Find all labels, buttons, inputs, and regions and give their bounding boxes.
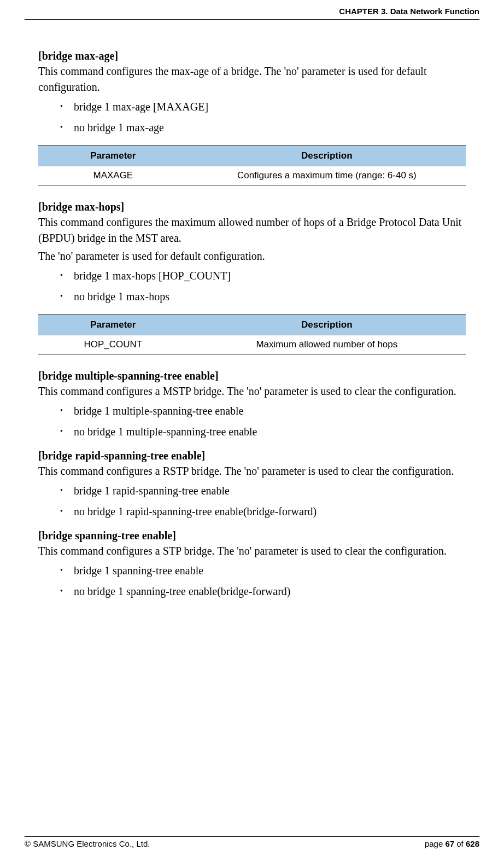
paragraph: This command configures a RSTP bridge. T… [38,463,466,479]
command-item: no bridge 1 max-age [60,119,466,136]
page-prefix: page [425,839,446,848]
page-total: 628 [466,839,479,848]
command-item: no bridge 1 spanning-tree enable(bridge-… [60,583,466,599]
table-cell-parameter: MAXAGE [38,166,188,185]
parameter-table: Parameter Description HOP_COUNT Maximum … [38,315,466,354]
paragraph: The 'no' parameter is used for default c… [38,248,466,264]
command-item: no bridge 1 rapid-spanning-tree enable(b… [60,503,466,520]
command-item: no bridge 1 max-hops [60,288,466,305]
section-title: [bridge rapid-spanning-tree enable] [38,450,466,462]
command-item: bridge 1 max-hops [HOP_COUNT] [60,267,466,284]
command-item: bridge 1 rapid-spanning-tree enable [60,482,466,499]
page-content: [bridge max-age] This command configures… [25,20,479,599]
command-list: bridge 1 multiple-spanning-tree enable n… [38,403,466,440]
section-bridge-max-age: [bridge max-age] This command configures… [38,50,466,185]
page-footer: © SAMSUNG Electronics Co., Ltd. page 67 … [25,836,479,848]
page-number: page 67 of 628 [425,839,479,848]
parameter-table: Parameter Description MAXAGE Configures … [38,145,466,185]
page-current: 67 [445,839,454,848]
command-list: bridge 1 max-hops [HOP_COUNT] no bridge … [38,267,466,305]
table-cell-description: Maximum allowed number of hops [188,335,466,354]
command-item: no bridge 1 multiple-spanning-tree enabl… [60,423,466,440]
section-bridge-rstp-enable: [bridge rapid-spanning-tree enable] This… [38,450,466,520]
command-item: bridge 1 multiple-spanning-tree enable [60,403,466,419]
copyright-text: © SAMSUNG Electronics Co., Ltd. [25,839,150,848]
command-item: bridge 1 max-age [MAXAGE] [60,98,466,115]
table-header-description: Description [188,146,466,166]
paragraph: This command configures the max-age of a… [38,63,466,95]
page-header: CHAPTER 3. Data Network Function [25,0,479,20]
command-item: bridge 1 spanning-tree enable [60,562,466,579]
paragraph: This command configures a MSTP bridge. T… [38,383,466,399]
section-title: [bridge max-age] [38,50,466,62]
command-list: bridge 1 max-age [MAXAGE] no bridge 1 ma… [38,98,466,136]
section-title: [bridge multiple-spanning-tree enable] [38,370,466,382]
section-bridge-mstp-enable: [bridge multiple-spanning-tree enable] T… [38,370,466,440]
section-bridge-stp-enable: [bridge spanning-tree enable] This comma… [38,529,466,599]
section-title: [bridge spanning-tree enable] [38,529,466,542]
section-bridge-max-hops: [bridge max-hops] This command configure… [38,201,466,354]
table-row: MAXAGE Configures a maximum time (range:… [38,166,466,185]
table-cell-parameter: HOP_COUNT [38,335,188,354]
table-header-description: Description [188,315,466,335]
table-header-parameter: Parameter [38,315,188,335]
paragraph: This command configures the maximum allo… [38,214,466,246]
table-row: HOP_COUNT Maximum allowed number of hops [38,335,466,354]
command-list: bridge 1 rapid-spanning-tree enable no b… [38,482,466,520]
command-list: bridge 1 spanning-tree enable no bridge … [38,562,466,599]
section-title: [bridge max-hops] [38,201,466,213]
page-of: of [454,839,466,848]
paragraph: This command configures a STP bridge. Th… [38,543,466,559]
table-header-parameter: Parameter [38,146,188,166]
table-cell-description: Configures a maximum time (range: 6-40 s… [188,166,466,185]
chapter-title: CHAPTER 3. Data Network Function [339,7,479,16]
